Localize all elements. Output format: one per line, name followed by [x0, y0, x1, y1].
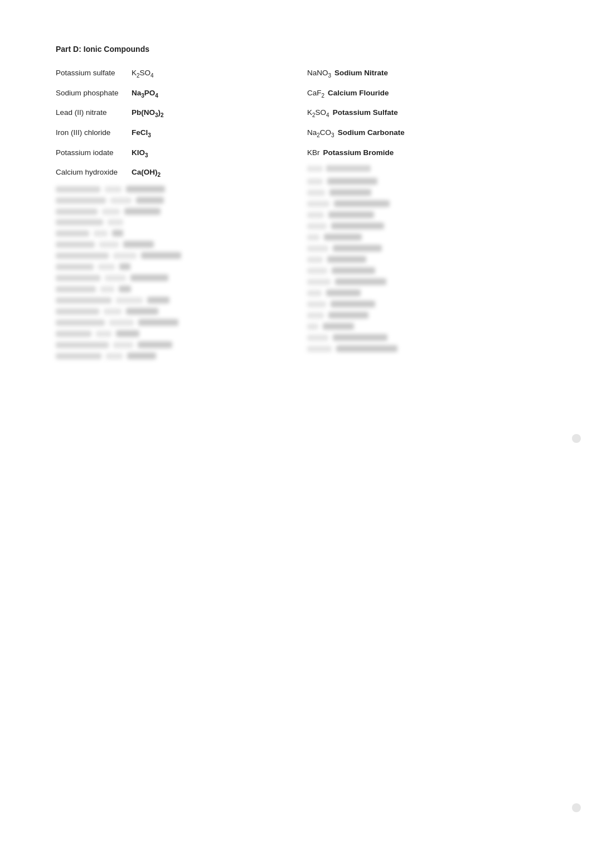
compound-row-blank: [307, 162, 536, 175]
page-title: Part D: Ionic Compounds: [56, 45, 536, 54]
compound-iupac-name: Potassium Bromide: [323, 147, 394, 159]
compound-name: Lead (II) nitrate: [56, 107, 128, 119]
compound-row-lead-nitrate: Lead (II) nitrate Pb(NO3)2: [56, 103, 285, 123]
compound-prefix: KBr: [307, 147, 320, 159]
compound-prefix: NaNO3: [307, 67, 331, 80]
compound-name: Potassium iodate: [56, 147, 128, 159]
compound-row-potassium-sulfate: K2SO4 Potassium Sulfate: [307, 103, 536, 123]
compound-name: Sodium phosphate: [56, 87, 128, 99]
compound-row-potassium-iodate: Potassium iodate KIO3: [56, 143, 285, 163]
compound-name: Iron (III) chloride: [56, 127, 128, 139]
compound-prefix: K2SO4: [307, 107, 329, 120]
compound-iupac-name: Sodium Carbonate: [338, 127, 405, 139]
right-column: NaNO3 Sodium Nitrate CaF2 Calcium Flouri…: [307, 64, 536, 361]
compound-row-potassium-bromide: KBr Potassium Bromide: [307, 143, 536, 162]
compound-name: Potassium sulfate: [56, 67, 128, 79]
compound-iupac-name: Sodium Nitrate: [334, 67, 388, 79]
compound-row-calcium-hydroxide: Calcium hydroxide Ca(OH)2: [56, 163, 285, 183]
compound-iupac-name: Potassium Sulfate: [333, 107, 398, 119]
compound-iupac-name: Calcium Flouride: [328, 87, 389, 99]
compound-formula: Pb(NO3)2: [132, 107, 164, 120]
compound-formula: KIO3: [132, 147, 148, 160]
compound-formula: Ca(OH)2: [132, 166, 161, 180]
compound-prefix: Na2CO3: [307, 127, 334, 140]
compound-row-sodium-phosphate: Sodium phosphate Na3PO4: [56, 84, 285, 104]
compound-prefix: CaF2: [307, 87, 324, 100]
blurred-left-rows: [56, 184, 285, 361]
compound-formula: Na3PO4: [132, 87, 158, 100]
blurred-right-rows: [307, 176, 536, 354]
compound-formula: FeCl3: [132, 127, 151, 140]
left-column: Potassium sulfate K2SO4 Sodium phosphate…: [56, 64, 285, 361]
compound-row-iron-chloride: Iron (III) chloride FeCl3: [56, 123, 285, 143]
scroll-indicator-bottom: [572, 803, 581, 812]
compound-row-sodium-carbonate: Na2CO3 Sodium Carbonate: [307, 123, 536, 143]
compound-name: Calcium hydroxide: [56, 166, 128, 179]
scroll-indicator-mid: [572, 434, 581, 443]
compound-row-sodium-nitrate: NaNO3 Sodium Nitrate: [307, 64, 536, 84]
compound-formula: K2SO4: [132, 67, 154, 80]
compound-row-calcium-flouride: CaF2 Calcium Flouride: [307, 84, 536, 104]
compound-row-potassium-sulfate: Potassium sulfate K2SO4: [56, 64, 285, 84]
